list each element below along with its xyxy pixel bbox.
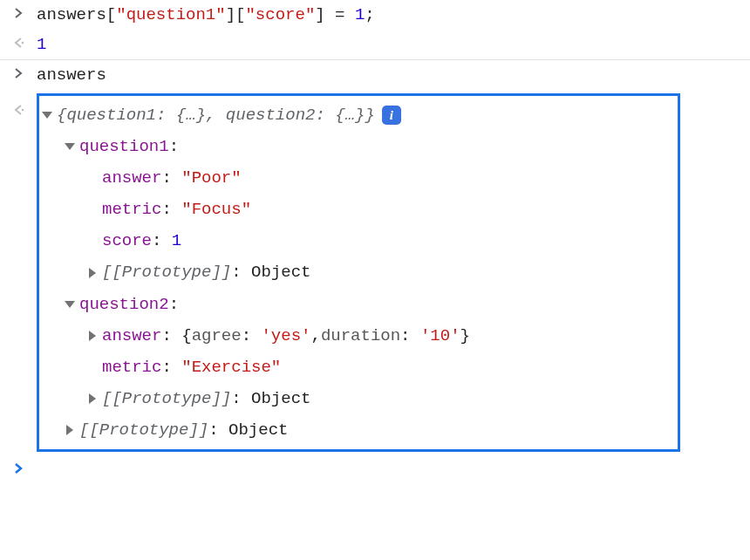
chevron-left-output-icon: [12, 104, 24, 116]
disclosure-toggle[interactable]: [62, 297, 78, 312]
prototype-label: [[Prototype]]: [102, 383, 231, 414]
code-punct: ]: [315, 5, 324, 24]
console-prompt-input[interactable]: [37, 459, 750, 462]
console-output-value: 1: [37, 33, 750, 56]
output-gutter: [0, 93, 37, 116]
colon: :: [161, 162, 171, 194]
triangle-right-icon: [89, 393, 96, 404]
prototype-value: Object: [251, 256, 310, 288]
summary-val: {…}: [325, 106, 365, 125]
prototype-row[interactable]: [[Prototype]]: Object: [39, 256, 671, 288]
prop-key: score: [102, 225, 152, 256]
prop-value-number: 1: [172, 225, 181, 256]
prototype-label: [[Prototype]]: [102, 256, 231, 288]
summary-brace: }: [365, 106, 375, 125]
colon: :: [231, 383, 241, 414]
console-input-row[interactable]: answers["question1"]["score"] = 1;: [0, 0, 750, 30]
colon: :: [242, 320, 251, 352]
disclosure-spacer: [85, 359, 100, 375]
disclosure-spacer: [85, 201, 100, 217]
code-punct: ;: [365, 5, 374, 24]
colon: :: [169, 131, 179, 162]
prototype-label: [[Prototype]]: [79, 414, 208, 446]
triangle-down-icon: [65, 301, 75, 308]
disclosure-toggle[interactable]: [62, 422, 78, 438]
triangle-right-icon: [66, 425, 73, 435]
object-prop-row[interactable]: metric: "Exercise": [39, 352, 671, 383]
console-prompt-row[interactable]: [0, 455, 750, 478]
object-key-row[interactable]: question2:: [39, 289, 671, 320]
prototype-value: Object: [251, 383, 310, 414]
summary-sep: ,: [206, 106, 226, 125]
summary-key: question2:: [226, 106, 325, 125]
console-input-row[interactable]: answers: [0, 60, 750, 90]
code-ident: answers: [37, 5, 106, 24]
info-icon[interactable]: i: [382, 106, 401, 125]
object-prop-row[interactable]: answer: "Poor": [39, 162, 671, 194]
console-input-code: answers["question1"]["score"] = 1;: [37, 3, 750, 26]
disclosure-toggle[interactable]: [85, 328, 100, 344]
output-gutter: [0, 33, 37, 49]
colon: :: [400, 320, 410, 352]
object-prop-row[interactable]: score: 1: [39, 225, 671, 256]
disclosure-toggle[interactable]: [39, 107, 55, 123]
svg-point-1: [22, 109, 24, 112]
console: answers["question1"]["score"] = 1; 1 ans…: [0, 0, 750, 478]
input-gutter: [0, 3, 37, 19]
prop-key: answer: [102, 162, 161, 194]
console-input-code: answers: [37, 64, 750, 86]
disclosure-toggle[interactable]: [85, 265, 100, 281]
code-punct: [: [106, 5, 116, 24]
object-prop-row[interactable]: answer: {agree: 'yes', duration: '10'}: [39, 320, 671, 352]
prop-key: metric: [102, 352, 161, 383]
code-punct: [: [235, 5, 245, 24]
inline-brace: {: [181, 320, 191, 352]
code-punct: =: [325, 5, 355, 24]
inline-val: 'yes': [261, 320, 310, 352]
object-root[interactable]: {question1: {…}, question2: {…}} i: [39, 99, 671, 131]
prop-value-string: "Focus": [181, 194, 251, 225]
disclosure-spacer: [85, 233, 100, 249]
triangle-right-icon: [89, 331, 96, 341]
triangle-down-icon: [42, 112, 52, 119]
summary-key: question1:: [66, 106, 166, 125]
object-key: question1: [79, 131, 169, 162]
inline-sep: ,: [310, 320, 320, 352]
console-output-object: {question1: {…}, question2: {…}} i quest…: [37, 93, 680, 452]
code-string: "question1": [116, 5, 225, 24]
triangle-right-icon: [89, 268, 96, 278]
code-punct: ]: [226, 5, 235, 24]
prototype-row[interactable]: [[Prototype]]: Object: [39, 414, 671, 446]
chevron-right-icon: [12, 7, 24, 19]
prompt-gutter: [0, 459, 37, 475]
colon: :: [169, 289, 179, 320]
disclosure-toggle[interactable]: [85, 391, 100, 406]
code-number: 1: [355, 5, 365, 24]
inline-key: duration: [321, 320, 400, 352]
chevron-left-output-icon: [12, 37, 24, 49]
summary-val: {…}: [166, 106, 206, 125]
prototype-row[interactable]: [[Prototype]]: Object: [39, 383, 671, 414]
colon: :: [152, 225, 161, 256]
prop-key: metric: [102, 194, 161, 225]
prop-key: answer: [102, 320, 161, 352]
summary-brace: {: [57, 106, 66, 125]
chevron-right-icon: [12, 67, 24, 79]
svg-point-0: [22, 42, 24, 44]
triangle-down-icon: [65, 143, 75, 150]
object-key-row[interactable]: question1:: [39, 131, 671, 162]
output-number: 1: [37, 35, 46, 54]
object-summary: {question1: {…}, question2: {…}}: [57, 99, 375, 131]
colon: :: [161, 352, 171, 383]
prop-value-string: "Exercise": [181, 352, 281, 383]
disclosure-toggle[interactable]: [62, 139, 78, 154]
colon: :: [208, 414, 218, 446]
inline-key: agree: [192, 320, 242, 352]
colon: :: [231, 256, 241, 288]
prop-value-string: "Poor": [181, 162, 241, 194]
console-output-row: {question1: {…}, question2: {…}} i quest…: [0, 90, 750, 455]
object-prop-row[interactable]: metric: "Focus": [39, 194, 671, 225]
input-gutter: [0, 64, 37, 79]
object-key: question2: [79, 289, 169, 320]
code-string: "score": [245, 5, 315, 24]
